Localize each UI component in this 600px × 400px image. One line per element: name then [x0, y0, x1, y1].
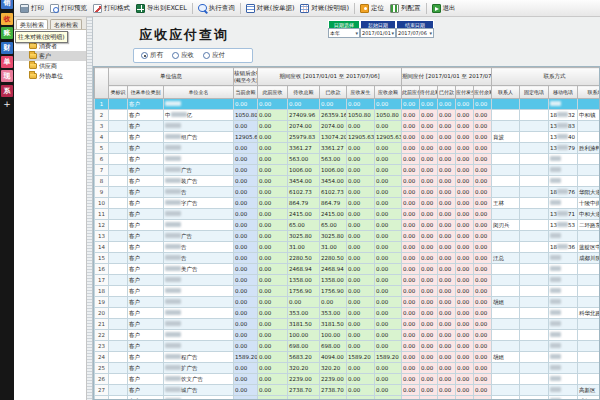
exit-button[interactable]: 退出: [429, 3, 459, 14]
toolbar-button-label: 对账(按单据): [257, 4, 295, 13]
table-row[interactable]: 13客户广告0.000.003025.803025.800.000.000.00…: [95, 231, 600, 242]
received-cell: 1756.90: [320, 286, 347, 297]
receivable-occurred-cell: 0.00: [347, 198, 375, 209]
table-row[interactable]: 14客户告0.000.0031.0031.000.000.000.000.000…: [95, 242, 600, 253]
contact-person-cell: [492, 341, 520, 352]
table-row[interactable]: 17客户0.000.001358.001358.000.000.000.000.…: [95, 275, 600, 286]
received-cell: 1358.00: [320, 275, 347, 286]
toolbar-separator: [426, 3, 427, 14]
column-header-address: 联系地址: [578, 86, 600, 99]
partner-category-cell: 客户: [128, 264, 164, 275]
module-tab-财[interactable]: 财: [1, 42, 13, 54]
start-date-select[interactable]: 2017/01/01▾: [360, 28, 396, 38]
table-row[interactable]: 26客户饮文广告0.000.002239.002239.000.000.000.…: [95, 374, 600, 385]
table-row[interactable]: 11客户0.000.002415.002415.000.000.000.000.…: [95, 209, 600, 220]
radio-icon: [172, 52, 179, 59]
receivable-balance-cell: 1589.20: [375, 352, 402, 363]
landline-cell: [520, 275, 549, 286]
module-tab-系[interactable]: 系: [1, 85, 13, 97]
prior-payable-cell: 0.00: [402, 385, 420, 396]
table-row[interactable]: 28客户0.000.00185.90185.900.000.000.000.00…: [95, 396, 600, 400]
class-id-cell: [109, 341, 128, 352]
table-row[interactable]: 9客户告0.000.006102.736102.730.000.000.000.…: [95, 187, 600, 198]
received-cell: 0.00: [320, 99, 347, 110]
radio-所有[interactable]: 所有: [141, 51, 163, 60]
print-button[interactable]: 打印: [17, 3, 47, 14]
payable-balance-cell: 0.00: [474, 374, 492, 385]
payable-balance-cell: 0.00: [474, 253, 492, 264]
print-format-button[interactable]: 打印格式: [90, 3, 133, 14]
table-row[interactable]: 10客户字广告0.000.00864.79864.790.000.000.000…: [95, 198, 600, 209]
module-tab-+[interactable]: +: [1, 98, 13, 110]
prior-receivable-cell: 0.00: [258, 165, 288, 176]
received-cell: 353.00: [320, 308, 347, 319]
row-number-cell: 12: [95, 220, 109, 231]
reconcile-detail-button[interactable]: 对账(按明细): [297, 3, 352, 14]
table-row[interactable]: 3客户0.000.002074.002074.000.000.000.000.0…: [95, 121, 600, 132]
locate-button[interactable]: 定位: [357, 3, 387, 14]
module-tab-账[interactable]: 账: [1, 27, 13, 39]
exit-icon: [432, 4, 441, 13]
radio-应收[interactable]: 应收: [172, 51, 194, 60]
table-row[interactable]: 6客户0.000.00563.00563.000.000.000.000.000…: [95, 154, 600, 165]
tab-名称检索[interactable]: 名称检索: [50, 19, 82, 29]
end-date-select[interactable]: 2017/07/06▾: [396, 28, 434, 38]
table-row[interactable]: 22客户0.000.00100.00100.000.000.000.000.00…: [95, 330, 600, 341]
receivable-balance-cell: 0.00: [375, 253, 402, 264]
address-cell: [578, 341, 600, 352]
payable-occurred-cell: 0.00: [456, 154, 474, 165]
table-row[interactable]: 23客户0.000.00698.00698.000.000.000.000.00…: [95, 341, 600, 352]
payable-balance-cell: 0.00: [474, 308, 492, 319]
table-row[interactable]: 12客户0.000.0065.0065.000.000.000.000.000.…: [95, 220, 600, 231]
radio-应付[interactable]: 应付: [203, 51, 225, 60]
paid-cell: 0.00: [438, 209, 456, 220]
table-row[interactable]: 1客户0.000.000.000.000.000.000.000.000.000…: [95, 99, 600, 110]
tree-item-客户[interactable]: 客户: [14, 51, 86, 61]
table-row[interactable]: 5客户0.000.003361.273361.270.000.000.000.0…: [95, 143, 600, 154]
tree-item-外协单位[interactable]: 外协单位: [14, 71, 86, 81]
tab-类别检索[interactable]: 类别检索: [16, 19, 48, 29]
tooltip: 往来对账(按明细): [15, 31, 68, 43]
redacted-phone-block: [557, 244, 568, 249]
paid-cell: 0.00: [438, 374, 456, 385]
table-row[interactable]: 25客户扩广告0.000.00320.20320.200.000.000.000…: [95, 363, 600, 374]
tree-item-供应商[interactable]: 供应商: [14, 61, 86, 71]
date-range-select[interactable]: 本年▾: [328, 28, 360, 38]
table-row[interactable]: 21客户0.000.003181.503181.500.000.000.000.…: [95, 319, 600, 330]
redacted-phone-block: [550, 354, 561, 359]
table-row[interactable]: 2客户中亿1050.800.0027409.9626359.161050.801…: [95, 110, 600, 121]
module-tab-现[interactable]: 现: [1, 70, 13, 82]
print-preview-button[interactable]: 打印预览: [47, 3, 90, 14]
excel-export-button[interactable]: 导出到EXCEL: [133, 3, 190, 14]
grid-container[interactable]: 单位信息核销后余额(截至今天)期间应收 [2017/01/01 至 2017/0…: [93, 66, 600, 400]
table-row[interactable]: 8客户装广告0.000.003454.003454.000.000.000.00…: [95, 176, 600, 187]
module-tab-销[interactable]: 销: [1, 0, 13, 9]
redacted-name-block: [165, 156, 181, 161]
panel-splitter[interactable]: [87, 17, 93, 400]
column-config-button[interactable]: 列配置: [387, 3, 424, 14]
prior-receivable-cell: 0.00: [258, 231, 288, 242]
table-row[interactable]: 16客户美广告0.000.002468.942468.940.000.000.0…: [95, 264, 600, 275]
redacted-name-block: [165, 211, 181, 216]
row-number-cell: 17: [95, 275, 109, 286]
search-button[interactable]: 执行查询: [195, 3, 238, 14]
table-row[interactable]: 15客户告0.000.002280.502280.500.000.000.000…: [95, 253, 600, 264]
table-row[interactable]: 27客户城广告0.000.002738.702738.700.000.000.0…: [95, 385, 600, 396]
table-row[interactable]: 24客户程广告1589.200.005683.204094.001589.201…: [95, 352, 600, 363]
module-tab-收[interactable]: 收: [1, 13, 13, 25]
landline-cell: [520, 286, 549, 297]
payable-total-cell: 0.00: [420, 363, 438, 374]
table-row[interactable]: 19客户0.000.000.000.000.000.000.000.000.00…: [95, 297, 600, 308]
table-row[interactable]: 20客户0.000.00353.00353.000.000.000.000.00…: [95, 308, 600, 319]
reconcile-doc-button[interactable]: 对账(按单据): [243, 3, 298, 14]
toolbar-button-label: 定位: [371, 4, 384, 13]
table-row[interactable]: 7客户广告0.000.001006.001006.000.000.000.000…: [95, 165, 600, 176]
class-id-cell: [109, 110, 128, 121]
table-row[interactable]: 18客户0.000.001756.901756.900.000.000.000.…: [95, 286, 600, 297]
address-cell: [578, 363, 600, 374]
payable-occurred-cell: 0.00: [456, 165, 474, 176]
module-tab-单[interactable]: 单: [1, 56, 13, 68]
table-row[interactable]: 4客户组广告12905.630.0025979.8313074.2012905.…: [95, 132, 600, 143]
prior-payable-cell: 0.00: [402, 319, 420, 330]
company-name-cell: [164, 154, 234, 165]
